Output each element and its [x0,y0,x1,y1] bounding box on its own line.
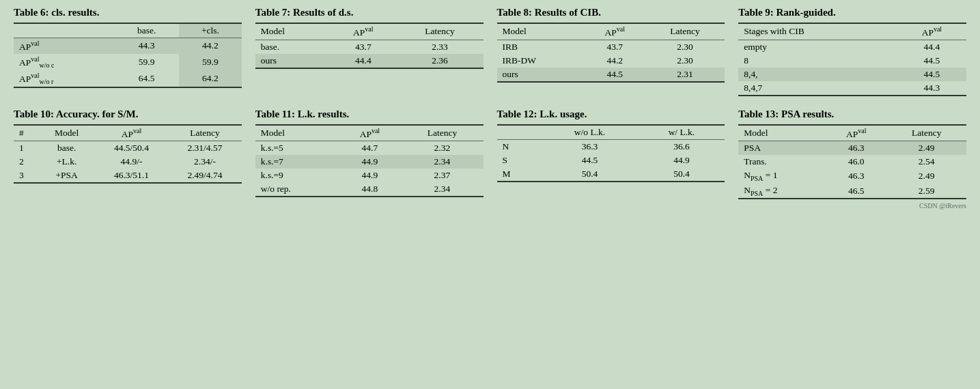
table-row: w/o rep.44.82.34 [255,182,484,197]
table10-cell-1-1: +L.k. [38,155,94,169]
table-row: N36.336.6 [497,139,725,154]
table12-cell-0-2: 36.6 [639,139,725,154]
table10-cell-2-1: +PSA [38,169,94,183]
table11-header-2: Latency [401,125,483,141]
table8-cell-1-0: IRB-DW [497,54,585,68]
table-block-table6: Table 6: cls. results.base.+cls.APval44.… [14,7,242,96]
table7-title: Table 7: Results of d.s. [255,7,484,18]
table-block-table11: Table 11: L.k. results.ModelAPvalLatency… [255,109,484,200]
table8-cell-2-2: 2.31 [645,68,725,82]
table12-cell-1-0: S [497,154,542,167]
table11-cell-3-1: 44.8 [338,182,401,197]
table9-header-0: Stages with CIB [738,23,897,40]
table8-cell-0-1: 43.7 [585,40,645,54]
table9-header-1: APval [897,23,966,40]
table13-cell-1-0: Trans. [738,155,826,169]
table9-title: Table 9: Rank-guided. [738,7,966,18]
table13-cell-2-2: 2.49 [886,169,966,184]
table13-header-0: Model [738,125,826,141]
table8-title: Table 8: Results of CIB. [497,7,725,18]
table-row: empty44.4 [738,40,966,54]
table-row: 3+PSA46.3/51.12.49/4.74 [14,169,242,183]
table7-cell-0-2: 2.33 [396,40,483,54]
table13-header-2: Latency [886,125,966,141]
table11-header-1: APval [338,125,401,141]
table-row: IRB-DW44.22.30 [497,54,725,68]
table-block-table12: Table 12: L.k. usage.w/o L.k.w/ L.k.N36.… [497,109,725,200]
table12-cell-2-2: 50.4 [639,167,725,182]
top-tables-section: Table 6: cls. results.base.+cls.APval44.… [14,7,966,96]
table10-cell-0-0: 1 [14,141,38,156]
table13-cell-3-1: 46.5 [826,184,886,199]
table8-header-0: Model [497,23,585,40]
table13-cell-1-1: 46.0 [826,155,886,169]
table11-cell-2-1: 44.9 [338,169,401,182]
table10-cell-1-2: 44.9/- [95,155,169,169]
table8-header-1: APval [585,23,645,40]
table9-cell-2-0: 8,4, [738,68,897,81]
table7-header-1: APval [330,23,396,40]
table12-header-1: w/o L.k. [541,125,638,140]
table11-cell-0-1: 44.7 [338,141,401,156]
table10-cell-0-2: 44.5/50.4 [95,141,169,156]
table11-table: ModelAPvalLatencyk.s.=544.72.32k.s.=744.… [255,124,484,198]
table10-title: Table 10: Accuracy. for S/M. [14,109,242,120]
table10-table: #ModelAPvalLatency1base.44.5/50.42.31/4.… [14,124,242,184]
table7-table: ModelAPvalLatencybase.43.72.33ours44.42.… [255,23,484,69]
table6-cell-2-0: APvalw/o r [14,70,114,87]
table8-cell-0-2: 2.30 [645,40,725,54]
table10-cell-2-2: 46.3/51.1 [95,169,169,183]
table8-cell-2-0: ours [497,68,585,82]
table12-header-2: w/ L.k. [639,125,725,140]
table13-cell-3-2: 2.59 [886,184,966,199]
table-row: 8,4,744.3 [738,81,966,96]
table8-table: ModelAPvalLatencyIRB43.72.30IRB-DW44.22.… [497,23,725,83]
table8-cell-1-1: 44.2 [585,54,645,68]
table11-cell-1-1: 44.9 [338,155,401,169]
table-row: 1base.44.5/50.42.31/4.57 [14,141,242,156]
table12-cell-2-1: 50.4 [541,167,638,182]
table9-cell-1-1: 44.5 [897,54,966,68]
table12-header-0 [497,125,542,140]
table11-cell-0-0: k.s.=5 [255,141,339,156]
table6-header-2: +cls. [179,23,242,38]
table-row: ours44.42.36 [255,54,484,68]
table-row: k.s.=544.72.32 [255,141,484,156]
table9-cell-3-1: 44.3 [897,81,966,96]
table-row: base.43.72.33 [255,40,484,54]
table6-cell-1-2: 59.9 [179,54,242,70]
table12-title: Table 12: L.k. usage. [497,109,725,120]
table11-cell-2-0: k.s.=9 [255,169,339,182]
table9-cell-2-1: 44.5 [897,68,966,81]
table-block-table8: Table 8: Results of CIB.ModelAPvalLatenc… [497,7,725,96]
table7-cell-1-0: ours [255,54,330,68]
table6-cell-1-0: APvalw/o c [14,54,114,70]
table13-cell-0-0: PSA [738,141,826,156]
table6-header-0 [14,23,114,38]
table6-cell-0-0: APval [14,38,114,54]
table-row: k.s.=744.92.34 [255,155,484,169]
table-block-table10: Table 10: Accuracy. for S/M.#ModelAPvalL… [14,109,242,200]
table-row: 844.5 [738,54,966,68]
table9-cell-0-1: 44.4 [897,40,966,54]
table6-table: base.+cls.APval44.344.2APvalw/o c59.959.… [14,23,242,88]
watermark: CSDN @iRevers [14,202,966,210]
table12-cell-2-0: M [497,167,542,182]
bottom-tables-section: Table 10: Accuracy. for S/M.#ModelAPvalL… [14,109,966,200]
table-row: APvalw/o c59.959.9 [14,54,242,70]
table-row: NPSA = 246.52.59 [738,184,966,199]
table11-cell-3-0: w/o rep. [255,182,339,197]
table10-cell-2-0: 3 [14,169,38,183]
table7-cell-0-0: base. [255,40,330,54]
table8-cell-0-0: IRB [497,40,585,54]
table6-cell-2-1: 64.5 [114,70,179,87]
table9-cell-1-0: 8 [738,54,897,68]
table6-title: Table 6: cls. results. [14,7,242,18]
table10-cell-0-3: 2.31/4.57 [168,141,242,156]
table8-cell-1-2: 2.30 [645,54,725,68]
table12-cell-0-1: 36.3 [541,139,638,154]
table6-cell-0-2: 44.2 [179,38,242,54]
table11-cell-0-2: 2.32 [401,141,483,156]
table7-cell-0-1: 43.7 [330,40,396,54]
table9-table: Stages with CIBAPvalempty44.4844.58,4,44… [738,23,966,96]
